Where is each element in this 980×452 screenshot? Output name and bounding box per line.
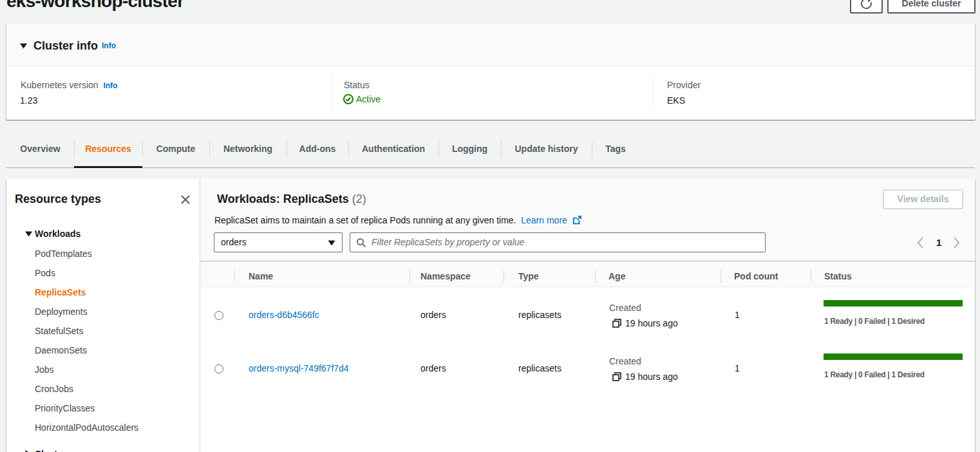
svg-text:1: 1 (936, 237, 941, 248)
